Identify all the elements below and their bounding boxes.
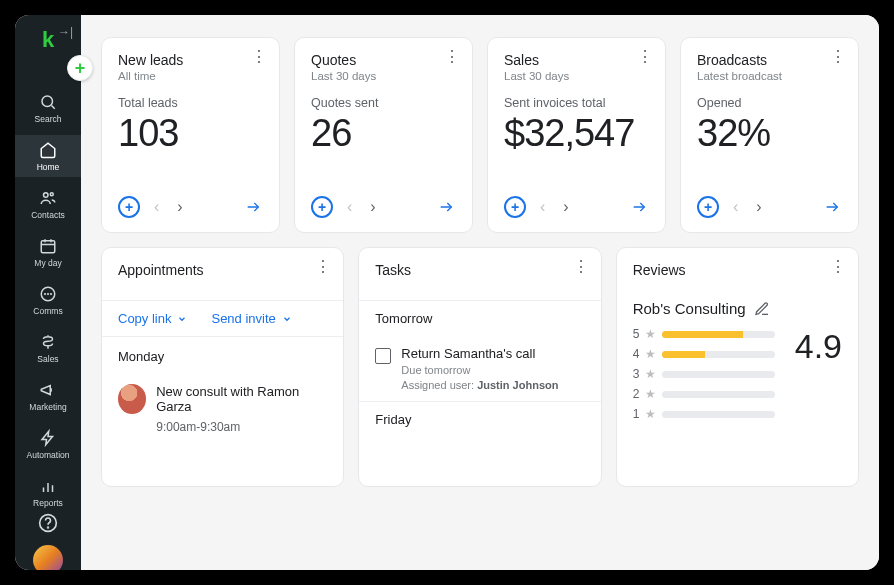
task-item[interactable]: Return Samantha's call Due tomorrow Assi…	[359, 336, 600, 401]
appointment-item[interactable]: New consult with Ramon Garza 9:00am-9:30…	[118, 376, 327, 442]
sidebar-item-label: Automation	[27, 450, 70, 460]
stat-title: New leads	[118, 52, 263, 68]
svg-rect-4	[41, 241, 55, 253]
appointment-actions: Copy link Send invite	[102, 300, 343, 337]
rating-row: 5★	[633, 327, 775, 341]
edit-icon[interactable]	[754, 301, 770, 317]
sidebar-item-reports[interactable]: Reports	[15, 471, 81, 513]
contacts-icon	[39, 189, 57, 207]
nav: Search Home Contacts My day Comms Sales	[15, 87, 81, 513]
task-assigned: Assigned user: Justin Johnson	[401, 379, 558, 391]
add-button[interactable]: +	[67, 55, 93, 81]
next-icon[interactable]: ›	[366, 194, 379, 220]
prev-icon[interactable]: ‹	[343, 194, 356, 220]
reviews-card: ⋮ Reviews Rob's Consulting 5★ 4★ 3★ 2★ 1…	[616, 247, 859, 487]
add-icon[interactable]: +	[311, 196, 333, 218]
business-name: Rob's Consulting	[633, 300, 746, 317]
app-shell: →| k + Search Home Contacts My day Comm	[15, 15, 879, 570]
stat-label: Opened	[697, 96, 842, 110]
goto-icon[interactable]	[822, 199, 842, 215]
star-icon: ★	[645, 407, 656, 421]
card-footer: + ‹ ›	[504, 186, 649, 220]
sidebar-item-search[interactable]: Search	[15, 87, 81, 129]
megaphone-icon	[39, 381, 57, 399]
sidebar-item-comms[interactable]: Comms	[15, 279, 81, 321]
card-menu-icon[interactable]: ⋮	[251, 52, 267, 62]
stat-subtitle: Last 30 days	[504, 70, 649, 82]
card-menu-icon[interactable]: ⋮	[637, 52, 653, 62]
next-icon[interactable]: ›	[173, 194, 186, 220]
contact-avatar	[118, 384, 146, 414]
task-day-header: Friday	[359, 401, 600, 437]
svg-point-3	[50, 193, 53, 196]
svg-point-16	[48, 527, 49, 528]
stat-title: Broadcasts	[697, 52, 842, 68]
card-footer: + ‹ ›	[311, 186, 456, 220]
review-score: 4.9	[795, 327, 842, 421]
card-menu-icon[interactable]: ⋮	[830, 262, 846, 272]
prev-icon[interactable]: ‹	[536, 194, 549, 220]
card-footer: + ‹ ›	[118, 186, 263, 220]
reports-icon	[39, 477, 57, 495]
stat-card-sales: ⋮ Sales Last 30 days Sent invoices total…	[487, 37, 666, 233]
copy-link-action[interactable]: Copy link	[118, 311, 187, 326]
svg-point-0	[42, 96, 53, 107]
svg-point-2	[44, 193, 49, 198]
prev-icon[interactable]: ‹	[729, 194, 742, 220]
stat-value: 103	[118, 112, 263, 155]
task-text: Return Samantha's call	[401, 346, 558, 361]
sidebar-item-sales[interactable]: Sales	[15, 327, 81, 369]
svg-line-1	[51, 105, 54, 108]
card-menu-icon[interactable]: ⋮	[315, 262, 331, 272]
task-day-header: Tomorrow	[359, 300, 600, 336]
sidebar-item-label: Marketing	[29, 402, 66, 412]
star-icon: ★	[645, 387, 656, 401]
sidebar-item-label: Home	[37, 162, 60, 172]
card-menu-icon[interactable]: ⋮	[573, 262, 589, 272]
goto-icon[interactable]	[629, 199, 649, 215]
sidebar-item-label: Contacts	[31, 210, 65, 220]
task-checkbox[interactable]	[375, 348, 391, 364]
card-title: Appointments	[118, 262, 327, 288]
home-icon	[39, 141, 57, 159]
automation-icon	[39, 429, 57, 447]
sidebar-item-myday[interactable]: My day	[15, 231, 81, 273]
appointment-day: Monday	[118, 337, 327, 376]
goto-icon[interactable]	[436, 199, 456, 215]
stat-label: Sent invoices total	[504, 96, 649, 110]
card-title: Reviews	[633, 262, 842, 288]
sidebar-item-label: Comms	[33, 306, 62, 316]
add-icon[interactable]: +	[118, 196, 140, 218]
star-icon: ★	[645, 347, 656, 361]
appointments-card: ⋮ Appointments Copy link Send invite Mon…	[101, 247, 344, 487]
sidebar-item-automation[interactable]: Automation	[15, 423, 81, 465]
search-icon	[39, 93, 57, 111]
sidebar-bottom	[33, 513, 63, 570]
add-icon[interactable]: +	[504, 196, 526, 218]
card-menu-icon[interactable]: ⋮	[830, 52, 846, 62]
goto-icon[interactable]	[243, 199, 263, 215]
card-menu-icon[interactable]: ⋮	[444, 52, 460, 62]
card-footer: + ‹ ›	[697, 186, 842, 220]
rating-bars: 5★ 4★ 3★ 2★ 1★	[633, 327, 775, 421]
sidebar-item-contacts[interactable]: Contacts	[15, 183, 81, 225]
help-icon[interactable]	[38, 513, 58, 533]
add-icon[interactable]: +	[697, 196, 719, 218]
sidebar-item-label: Search	[35, 114, 62, 124]
send-invite-action[interactable]: Send invite	[211, 311, 291, 326]
stat-card-broadcasts: ⋮ Broadcasts Latest broadcast Opened 32%…	[680, 37, 859, 233]
rating-row: 4★	[633, 347, 775, 361]
stat-subtitle: Latest broadcast	[697, 70, 842, 82]
sidebar-item-home[interactable]: Home	[15, 135, 81, 177]
collapse-icon[interactable]: →|	[58, 25, 73, 39]
appointment-time: 9:00am-9:30am	[156, 420, 327, 434]
next-icon[interactable]: ›	[752, 194, 765, 220]
app-logo: k	[42, 27, 54, 53]
stat-label: Total leads	[118, 96, 263, 110]
sidebar-item-marketing[interactable]: Marketing	[15, 375, 81, 417]
next-icon[interactable]: ›	[559, 194, 572, 220]
sidebar-item-label: Sales	[37, 354, 58, 364]
chevron-down-icon	[282, 314, 292, 324]
user-avatar[interactable]	[33, 545, 63, 570]
prev-icon[interactable]: ‹	[150, 194, 163, 220]
